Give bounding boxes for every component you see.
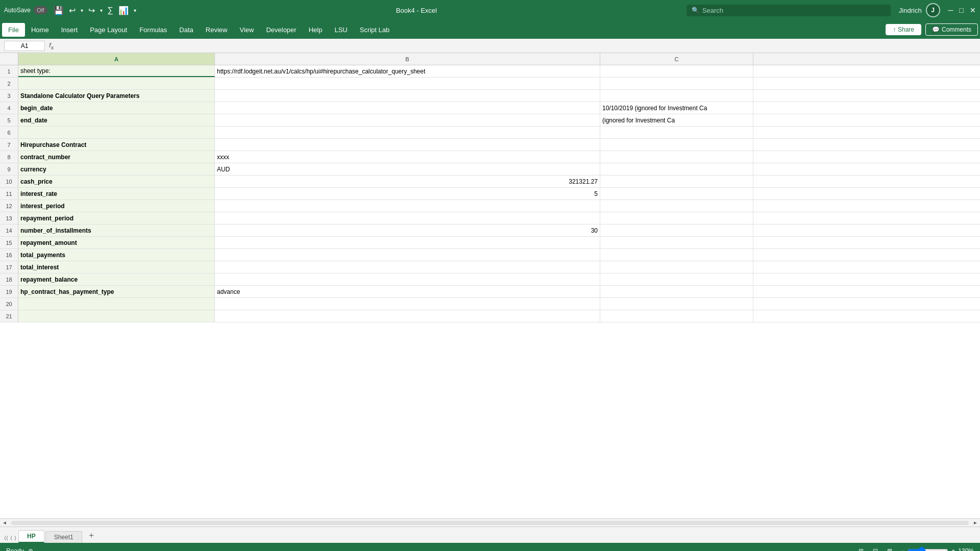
page-layout-view-icon[interactable]: ⊟ <box>870 546 880 551</box>
undo-dropdown-icon[interactable]: ▾ <box>81 8 83 13</box>
minimize-button[interactable]: ─ <box>948 6 953 14</box>
format-icon[interactable]: 📊 <box>118 6 129 15</box>
cell-c6[interactable] <box>600 127 753 138</box>
menu-home[interactable]: Home <box>25 23 55 37</box>
menu-formulas[interactable]: Formulas <box>133 23 173 37</box>
cell-b21[interactable] <box>215 310 600 322</box>
close-button[interactable]: ✕ <box>970 6 976 14</box>
maximize-button[interactable]: □ <box>960 6 964 14</box>
share-button[interactable]: ↑ Share <box>886 24 921 35</box>
cell-reference-box[interactable] <box>4 41 45 51</box>
cell-a16[interactable]: total_payments <box>18 249 215 261</box>
cell-a3[interactable]: Standalone Calculator Query Parameters <box>18 90 215 102</box>
cell-c10[interactable] <box>600 176 753 187</box>
cell-b16[interactable] <box>215 249 600 261</box>
cell-b10[interactable]: 321321.27 <box>215 176 600 187</box>
cell-c13[interactable] <box>600 212 753 224</box>
cell-c12[interactable] <box>600 200 753 212</box>
cell-c8[interactable] <box>600 151 753 163</box>
cell-a10[interactable]: cash_price <box>18 176 215 187</box>
cell-c5[interactable]: (ignored for Investment Ca <box>600 114 753 126</box>
zoom-in-button[interactable]: + <box>951 547 955 551</box>
cell-b1[interactable]: https://rdf.lodgeit.net.au/v1/calcs/hp/u… <box>215 65 600 77</box>
cell-b4[interactable] <box>215 102 600 114</box>
sheet-nav-prev[interactable]: ⟨ <box>10 535 12 541</box>
cell-a7[interactable]: Hirepurchase Contract <box>18 139 215 151</box>
cell-a15[interactable]: repayment_amount <box>18 237 215 248</box>
cell-b11[interactable]: 5 <box>215 188 600 199</box>
comments-button[interactable]: 💬 Comments <box>925 23 978 36</box>
cell-b6[interactable] <box>215 127 600 138</box>
cell-b14[interactable]: 30 <box>215 224 600 236</box>
menu-insert[interactable]: Insert <box>55 23 84 37</box>
redo-icon[interactable]: ↪ <box>88 6 95 15</box>
cell-b7[interactable] <box>215 139 600 151</box>
menu-script-lab[interactable]: Script Lab <box>354 23 396 37</box>
save-icon[interactable]: 💾 <box>54 6 64 15</box>
menu-data[interactable]: Data <box>173 23 199 37</box>
normal-view-icon[interactable]: ⊞ <box>856 546 866 551</box>
cell-a17[interactable]: total_interest <box>18 261 215 273</box>
accessibility-icon[interactable]: ⊕ <box>28 547 33 551</box>
cell-a4[interactable]: begin_date <box>18 102 215 114</box>
cell-c4[interactable]: 10/10/2019 (ignored for Investment Ca <box>600 102 753 114</box>
cell-c11[interactable] <box>600 188 753 199</box>
cell-a6[interactable] <box>18 127 215 138</box>
search-input[interactable] <box>702 7 876 14</box>
cell-b2[interactable] <box>215 78 600 89</box>
cell-b13[interactable] <box>215 212 600 224</box>
formula-icon[interactable]: ∑ <box>108 6 113 15</box>
menu-file[interactable]: File <box>2 23 25 37</box>
cell-c20[interactable] <box>600 298 753 310</box>
scroll-right-arrow[interactable]: ► <box>973 520 978 525</box>
col-header-a[interactable]: A <box>18 53 215 65</box>
cell-a18[interactable]: repayment_balance <box>18 273 215 285</box>
cell-a12[interactable]: interest_period <box>18 200 215 212</box>
avatar[interactable]: J <box>926 3 940 17</box>
cell-b5[interactable] <box>215 114 600 126</box>
cell-b9[interactable]: AUD <box>215 163 600 175</box>
cell-c16[interactable] <box>600 249 753 261</box>
cell-c21[interactable] <box>600 310 753 322</box>
cell-c9[interactable] <box>600 163 753 175</box>
cell-a2[interactable] <box>18 78 215 89</box>
cell-a21[interactable] <box>18 310 215 322</box>
menu-developer[interactable]: Developer <box>260 23 302 37</box>
menu-review[interactable]: Review <box>200 23 234 37</box>
cell-a8[interactable]: contract_number <box>18 151 215 163</box>
redo-dropdown-icon[interactable]: ▾ <box>100 8 103 13</box>
cell-c7[interactable] <box>600 139 753 151</box>
sheet-nav-first[interactable]: ⟨⟨ <box>4 535 8 541</box>
cell-b18[interactable] <box>215 273 600 285</box>
cell-c19[interactable] <box>600 286 753 297</box>
undo-icon[interactable]: ↩ <box>69 6 76 15</box>
format-dropdown-icon[interactable]: ▾ <box>134 8 136 13</box>
cell-a11[interactable]: interest_rate <box>18 188 215 199</box>
zoom-level[interactable]: 130% <box>958 547 974 551</box>
add-sheet-button[interactable]: ＋ <box>83 528 100 543</box>
cell-b19[interactable]: advance <box>215 286 600 297</box>
horizontal-scrollbar[interactable] <box>11 521 969 525</box>
autosave-toggle[interactable]: Off <box>34 6 47 14</box>
cell-c2[interactable] <box>600 78 753 89</box>
cell-c3[interactable] <box>600 90 753 102</box>
cell-b8[interactable]: xxxx <box>215 151 600 163</box>
cell-c1[interactable] <box>600 65 753 77</box>
cell-a9[interactable]: currency <box>18 163 215 175</box>
col-header-b[interactable]: B <box>215 53 600 65</box>
cell-c18[interactable] <box>600 273 753 285</box>
search-box[interactable]: 🔍 <box>687 5 891 16</box>
cell-c15[interactable] <box>600 237 753 248</box>
menu-help[interactable]: Help <box>303 23 329 37</box>
cell-a14[interactable]: number_of_installments <box>18 224 215 236</box>
cell-a1[interactable]: sheet type: <box>18 65 215 77</box>
menu-page-layout[interactable]: Page Layout <box>84 23 133 37</box>
cell-a19[interactable]: hp_contract_has_payment_type <box>18 286 215 297</box>
scroll-left-arrow[interactable]: ◄ <box>2 520 7 525</box>
menu-lsu[interactable]: LSU <box>328 23 353 37</box>
col-header-c[interactable]: C <box>600 53 753 65</box>
sheet-tab-hp[interactable]: HP <box>18 530 44 543</box>
cell-c17[interactable] <box>600 261 753 273</box>
cell-c14[interactable] <box>600 224 753 236</box>
formula-input[interactable] <box>58 42 976 49</box>
